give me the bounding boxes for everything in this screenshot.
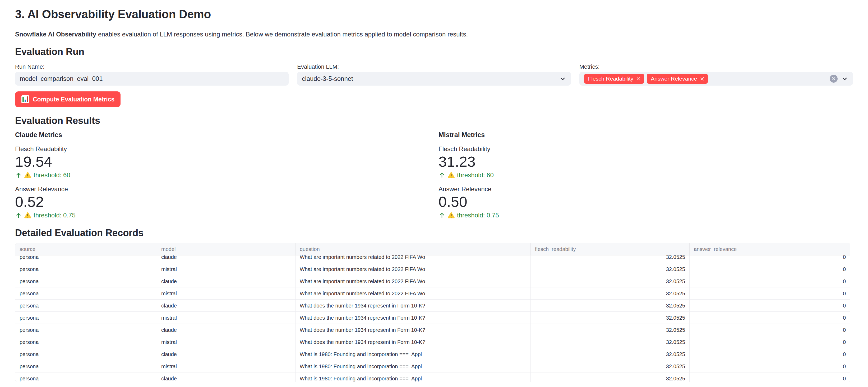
cell-answer-relevance[interactable]: 0 xyxy=(690,336,850,348)
cell-question[interactable]: What does the number 1934 represent in F… xyxy=(296,324,531,336)
claude-metrics-column: Claude Metrics Flesch Readability 19.54 … xyxy=(15,131,430,219)
warning-icon xyxy=(447,172,455,179)
cell-source[interactable]: persona xyxy=(15,360,157,373)
cell-question[interactable]: What are important numbers related to 20… xyxy=(296,275,531,287)
table-row: persona mistral What does the number 193… xyxy=(15,312,850,324)
cell-answer-relevance[interactable]: 0 xyxy=(690,348,850,360)
cell-model[interactable]: claude xyxy=(157,275,296,287)
metric-delta-text: threshold: 60 xyxy=(457,171,494,179)
metric-label: Flesch Readability xyxy=(15,146,430,153)
arrow-up-icon xyxy=(438,172,445,179)
evaluation-records-table[interactable]: source model question flesch_readability… xyxy=(15,243,850,382)
cell-answer-relevance[interactable]: 0 xyxy=(690,299,850,312)
arrow-up-icon xyxy=(15,172,22,179)
cell-question[interactable]: What does the number 1934 represent in F… xyxy=(296,312,531,324)
chevron-down-icon[interactable] xyxy=(841,75,848,82)
evaluation-results-heading: Evaluation Results xyxy=(15,115,853,127)
cell-model[interactable]: mistral xyxy=(157,360,296,373)
evaluation-llm-value: claude-3-5-sonnet xyxy=(302,75,559,83)
cell-source[interactable]: persona xyxy=(15,324,157,336)
cell-answer-relevance[interactable]: 0 xyxy=(690,312,850,324)
cell-flesch-readability[interactable]: 32.0525 xyxy=(531,263,690,275)
cell-answer-relevance[interactable]: 0 xyxy=(690,275,850,287)
cell-source[interactable]: persona xyxy=(15,263,157,275)
cell-question[interactable]: What is 1980: Founding and incorporation… xyxy=(296,373,531,382)
run-name-label: Run Name: xyxy=(15,63,289,70)
cell-source[interactable]: persona xyxy=(15,373,157,382)
table-row: persona mistral What are important numbe… xyxy=(15,263,850,275)
metric-value: 0.52 xyxy=(15,194,430,210)
column-header-answer-relevance[interactable]: answer_relevance xyxy=(690,243,850,255)
metric-tag-flesch-readability[interactable]: Flesch Readability xyxy=(584,74,644,84)
intro-rest-text: enables evaluation of LLM responses usin… xyxy=(96,31,468,38)
cell-source[interactable]: persona xyxy=(15,299,157,312)
run-name-value: model_comparison_eval_001 xyxy=(20,75,284,83)
cell-question[interactable]: What is 1980: Founding and incorporation… xyxy=(296,348,531,360)
column-header-flesch-readability[interactable]: flesch_readability xyxy=(531,243,690,255)
cell-source[interactable]: persona xyxy=(15,348,157,360)
cell-question[interactable]: What does the number 1934 represent in F… xyxy=(296,299,531,312)
cell-answer-relevance[interactable]: 0 xyxy=(690,263,850,275)
metric-tag-label: Flesch Readability xyxy=(588,75,633,82)
cell-flesch-readability[interactable]: 32.0525 xyxy=(531,312,690,324)
cell-model[interactable]: mistral xyxy=(157,263,296,275)
cell-flesch-readability[interactable]: 32.0525 xyxy=(531,324,690,336)
run-name-input[interactable]: model_comparison_eval_001 xyxy=(15,72,289,86)
cell-question[interactable]: What are important numbers related to 20… xyxy=(296,287,531,299)
metric-delta: threshold: 60 xyxy=(438,171,853,179)
column-header-model[interactable]: model xyxy=(157,243,296,255)
cell-answer-relevance[interactable]: 0 xyxy=(690,360,850,373)
mistral-metrics-heading: Mistral Metrics xyxy=(438,131,853,139)
clear-all-icon[interactable] xyxy=(830,75,838,83)
compute-evaluation-metrics-button[interactable]: Compute Evaluation Metrics xyxy=(15,91,121,107)
cell-flesch-readability[interactable]: 32.0525 xyxy=(531,336,690,348)
cell-source[interactable]: persona xyxy=(15,275,157,287)
cell-model[interactable]: claude xyxy=(157,299,296,312)
cell-source[interactable]: persona xyxy=(15,336,157,348)
metrics-label: Metrics: xyxy=(579,63,853,70)
evaluation-llm-select[interactable]: claude-3-5-sonnet xyxy=(297,72,571,86)
metric-mistral-flesch: Flesch Readability 31.23 threshold: 60 xyxy=(438,146,853,179)
cell-flesch-readability[interactable]: 32.0525 xyxy=(531,287,690,299)
cell-model[interactable]: claude xyxy=(157,255,296,263)
cell-answer-relevance[interactable]: 0 xyxy=(690,287,850,299)
warning-icon xyxy=(24,172,31,179)
cell-flesch-readability[interactable]: 32.0525 xyxy=(531,373,690,382)
cell-flesch-readability[interactable]: 32.0525 xyxy=(531,299,690,312)
cell-question[interactable]: What are important numbers related to 20… xyxy=(296,255,531,263)
arrow-up-icon xyxy=(438,212,445,219)
metrics-tags: Flesch Readability Answer Relevance xyxy=(584,74,830,84)
metric-tag-answer-relevance[interactable]: Answer Relevance xyxy=(647,74,708,84)
remove-tag-icon[interactable] xyxy=(701,77,704,80)
cell-source[interactable]: persona xyxy=(15,287,157,299)
metric-delta: threshold: 60 xyxy=(15,171,430,179)
cell-question[interactable]: What are important numbers related to 20… xyxy=(296,263,531,275)
cell-answer-relevance[interactable]: 0 xyxy=(690,255,850,263)
chevron-down-icon xyxy=(559,75,566,82)
intro-bold-text: Snowflake AI Observability xyxy=(15,31,96,38)
cell-question[interactable]: What is 1980: Founding and incorporation… xyxy=(296,360,531,373)
column-header-question[interactable]: question xyxy=(296,243,531,255)
cell-model[interactable]: claude xyxy=(157,373,296,382)
warning-icon xyxy=(447,212,455,219)
cell-source[interactable]: persona xyxy=(15,255,157,263)
table-row: persona mistral What are important numbe… xyxy=(15,287,850,299)
cell-flesch-readability[interactable]: 32.0525 xyxy=(531,275,690,287)
cell-answer-relevance[interactable]: 0 xyxy=(690,373,850,382)
cell-source[interactable]: persona xyxy=(15,312,157,324)
cell-model[interactable]: mistral xyxy=(157,312,296,324)
table-row: persona claude What is 1980: Founding an… xyxy=(15,373,850,382)
cell-answer-relevance[interactable]: 0 xyxy=(690,324,850,336)
cell-model[interactable]: claude xyxy=(157,324,296,336)
cell-flesch-readability[interactable]: 32.0525 xyxy=(531,348,690,360)
remove-tag-icon[interactable] xyxy=(637,77,640,80)
cell-model[interactable]: mistral xyxy=(157,287,296,299)
column-header-source[interactable]: source xyxy=(15,243,157,255)
cell-flesch-readability[interactable]: 32.0525 xyxy=(531,360,690,373)
cell-question[interactable]: What does the number 1934 represent in F… xyxy=(296,336,531,348)
cell-flesch-readability[interactable]: 32.0525 xyxy=(531,255,690,263)
metrics-multiselect[interactable]: Flesch Readability Answer Relevance xyxy=(579,72,853,86)
cell-model[interactable]: claude xyxy=(157,348,296,360)
evaluation-run-form: Run Name: model_comparison_eval_001 Eval… xyxy=(15,63,853,86)
cell-model[interactable]: mistral xyxy=(157,336,296,348)
